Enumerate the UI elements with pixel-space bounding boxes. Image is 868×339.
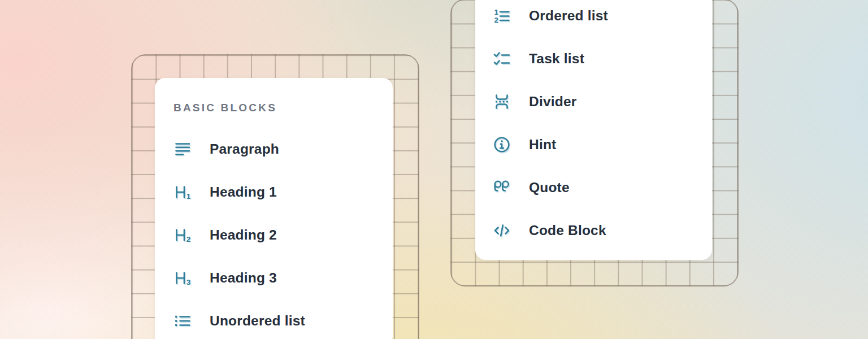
basic-blocks-list: Paragraph11Heading 122Heading 233Heading… [173, 128, 393, 339]
svg-text:2: 2 [494, 16, 498, 24]
menu-item-divider[interactable]: Divider [493, 80, 712, 123]
code-block-icon [493, 221, 511, 240]
advanced-blocks-list: 1212Ordered listTask listDividerHintQuot… [493, 0, 712, 252]
menu-item-ordered-list[interactable]: 1212Ordered list [493, 0, 712, 37]
menu-item-hint[interactable]: Hint [493, 123, 712, 166]
svg-text:1: 1 [186, 192, 191, 201]
task-list-icon [493, 50, 511, 68]
quote-icon [493, 179, 511, 197]
heading-2-icon: 22 [173, 226, 192, 244]
menu-item-label: Task list [529, 51, 584, 67]
menu-item-label: Ordered list [529, 8, 608, 24]
svg-text:3: 3 [186, 278, 191, 286]
menu-item-label: Unordered list [210, 313, 305, 329]
hint-icon [493, 136, 511, 154]
svg-text:2: 2 [186, 235, 191, 244]
menu-item-label: Quote [529, 180, 570, 195]
editor-block-menu-screen: { "colors": { "icon_teal": "#2e7d99", "i… [0, 0, 868, 339]
menu-item-label: Code Block [529, 223, 606, 238]
menu-item-heading-2[interactable]: 22Heading 2 [173, 214, 393, 257]
menu-item-label: Heading 1 [210, 184, 277, 200]
basic-blocks-panel: BASIC BLOCKS Paragraph11Heading 122Headi… [155, 78, 393, 339]
menu-item-quote[interactable]: Quote [493, 166, 712, 209]
menu-item-label: Divider [529, 94, 576, 110]
svg-text:1: 1 [494, 8, 498, 16]
menu-item-heading-1[interactable]: 11Heading 1 [173, 171, 393, 214]
menu-item-label: Heading 2 [210, 227, 277, 243]
divider-icon [493, 93, 511, 111]
menu-item-label: Heading 3 [210, 270, 277, 286]
menu-item-task-list[interactable]: Task list [493, 37, 712, 80]
paragraph-icon [173, 140, 192, 158]
heading-1-icon: 11 [173, 183, 192, 201]
advanced-blocks-panel: 1212Ordered listTask listDividerHintQuot… [475, 0, 712, 260]
menu-item-label: Hint [529, 137, 556, 153]
unordered-list-icon [173, 312, 192, 330]
menu-item-unordered-list[interactable]: Unordered list [173, 299, 393, 339]
menu-item-paragraph[interactable]: Paragraph [173, 128, 393, 171]
menu-item-label: Paragraph [210, 141, 279, 157]
menu-item-heading-3[interactable]: 33Heading 3 [173, 257, 393, 299]
menu-item-code-block[interactable]: Code Block [493, 209, 712, 252]
ordered-list-icon: 1212 [493, 7, 511, 25]
section-label-basic-blocks: BASIC BLOCKS [173, 102, 393, 114]
heading-3-icon: 33 [173, 269, 192, 287]
